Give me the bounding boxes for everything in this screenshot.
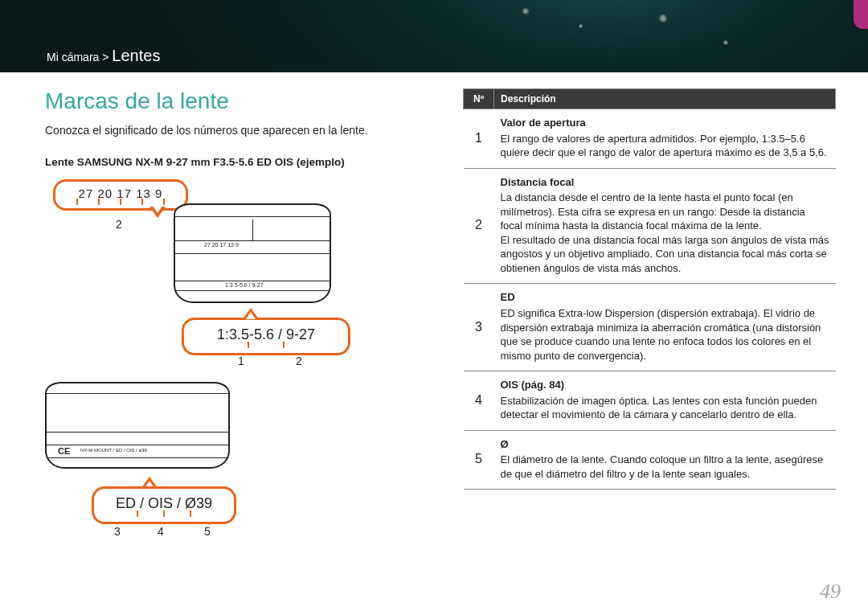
row-term: ED — [501, 290, 829, 305]
callout-pointer-icon — [243, 308, 259, 319]
marker-5: 5 — [204, 525, 211, 538]
table-head-description: Descripción — [494, 89, 836, 109]
callout-features-text: ED / OIS / Ø39 — [107, 495, 221, 512]
table-row: 2 Distancia focalLa distancia desde el c… — [464, 168, 836, 284]
row-number: 1 — [464, 109, 494, 169]
example-label: Lente SAMSUNG NX-M 9-27 mm F3.5-5.6 ED O… — [45, 156, 431, 168]
row-number: 2 — [464, 168, 494, 284]
breadcrumb-section: Lentes — [112, 47, 160, 64]
callout-features: ED / OIS / Ø39 — [92, 486, 236, 524]
row-number: 3 — [464, 284, 494, 371]
table-row: 4 OIS (pág. 84)Estabilización de imagen … — [464, 371, 836, 431]
callout-focal-ring: 27 20 17 13 9 — [53, 179, 188, 211]
lens-diagram: 27 20 17 13 9 2 27 20 17 13 9 1:3.5-5.6 … — [45, 179, 431, 565]
row-text: Estabilización de imagen óptica. Las len… — [501, 395, 817, 421]
callout-pointer-icon — [149, 207, 166, 218]
lens-ring-numbers: 27 20 17 13 9 — [204, 242, 239, 248]
intro-text: Conozca el significado de los números qu… — [45, 124, 431, 137]
marker-1: 1 — [238, 355, 244, 367]
breadcrumb-sep: > — [102, 51, 108, 64]
row-term: OIS (pág. 84) — [501, 378, 829, 392]
lens-top-view: 27 20 17 13 9 1:3.5-5.6 / 9-27 — [174, 203, 331, 303]
page-number: 49 — [820, 580, 841, 604]
row-term: Distancia focal — [501, 175, 829, 190]
row-term: Valor de apertura — [501, 116, 829, 130]
breadcrumb-parent: Mi cámara — [47, 51, 99, 64]
row-term: Ø — [501, 437, 829, 452]
callout-aperture: 1:3.5-5.6 / 9-27 — [182, 318, 350, 355]
breadcrumb: Mi cámara > Lentes — [47, 47, 160, 65]
marker-3: 3 — [114, 525, 121, 538]
ce-mark-icon: CE — [58, 446, 70, 456]
lens-mount-line: NX-M MOUNT / ED / OIS / ø39 — [80, 448, 147, 453]
page-title: Marcas de la lente — [45, 88, 431, 114]
table-row: 1 Valor de aperturaEl rango de valores d… — [464, 109, 836, 169]
table-head-number: Nº — [464, 89, 494, 109]
table-row: 3 EDED significa Extra-low Dispersion (d… — [464, 284, 836, 371]
row-number: 4 — [464, 371, 494, 431]
row-text: El diámetro de la lente. Cuando coloque … — [501, 453, 824, 480]
row-number: 5 — [464, 430, 494, 490]
marker-4: 4 — [158, 525, 164, 538]
marker-2-top: 2 — [116, 218, 122, 231]
marker-2-bottom: 2 — [296, 355, 302, 367]
callout-aperture-text: 1:3.5-5.6 / 9-27 — [197, 326, 335, 343]
table-row: 5 ØEl diámetro de la lente. Cuando coloq… — [464, 430, 836, 490]
row-text: La distancia desde el centro de la lente… — [501, 191, 829, 274]
description-table: Nº Descripción 1 Valor de aperturaEl ran… — [463, 88, 836, 490]
row-text: El rango de valores de apertura admitido… — [501, 133, 827, 159]
lens-spec-line: 1:3.5-5.6 / 9-27 — [225, 282, 263, 288]
lens-bottom-view: CE NX-M MOUNT / ED / OIS / ø39 — [45, 382, 230, 469]
row-text: ED significa Extra-low Dispersion (dispe… — [501, 307, 821, 362]
